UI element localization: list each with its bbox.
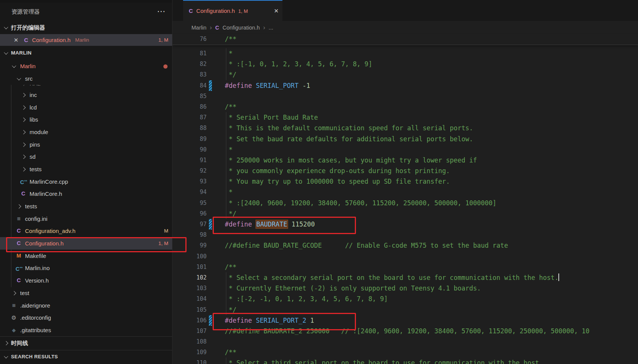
- code-line-87[interactable]: 87 * Serial Port Baud Rate: [172, 112, 638, 123]
- tab-configuration-h[interactable]: C Configuration.h 1, M ✕: [183, 0, 282, 21]
- tree-item-marlin-ino[interactable]: C++Marlin.ino: [0, 262, 172, 275]
- open-editors-header[interactable]: 打开的编辑器: [0, 21, 172, 34]
- code-line-94[interactable]: 94 *: [172, 187, 638, 197]
- close-icon[interactable]: ✕: [14, 37, 19, 44]
- tree-item-marlin[interactable]: Marlin: [0, 60, 172, 73]
- makefile-file-icon: M: [16, 253, 22, 259]
- tree-item-marlincore-h[interactable]: CMarlinCore.h: [0, 187, 172, 200]
- code-text: * you commonly experience drop-outs duri…: [212, 166, 450, 176]
- chevron-down-icon: [4, 50, 8, 55]
- c-file-icon: C: [16, 228, 22, 234]
- breadcrumb-file[interactable]: Configuration.h: [223, 25, 260, 31]
- code-line-84[interactable]: 84#define SERIAL_PORT -1: [172, 80, 638, 91]
- code-line-92[interactable]: 92 * you commonly experience drop-outs d…: [172, 166, 638, 176]
- gutter: [209, 336, 212, 347]
- code-line-103[interactable]: 103 * Currently Ethernet (-2) is only su…: [172, 283, 638, 294]
- tree-item-pins[interactable]: pins: [0, 138, 172, 151]
- gutter: [209, 166, 212, 176]
- tree-item-tests[interactable]: tests: [0, 200, 172, 212]
- line-number: 108: [172, 336, 207, 347]
- tree-item-sd[interactable]: sd: [0, 150, 172, 163]
- code-line-105[interactable]: 105 */: [172, 305, 638, 315]
- code-line-110[interactable]: 110 * Select a third serial port on the …: [172, 358, 638, 364]
- code-line-106[interactable]: 106#define SERIAL_PORT_2 1: [172, 315, 638, 326]
- tree-item-src[interactable]: src: [0, 72, 172, 85]
- sticky-scroll-line[interactable]: 76 /**: [172, 34, 638, 45]
- tree-item-gitattributes[interactable]: ◆.gitattributes: [0, 324, 172, 336]
- line-number: 91: [172, 155, 207, 166]
- tree-item-inc[interactable]: inc: [0, 89, 172, 101]
- workspace-header-marlin[interactable]: MARLIN: [0, 46, 172, 60]
- code-line-86[interactable]: 86/**: [172, 102, 638, 112]
- open-editor-file-desc: Marlin: [75, 37, 89, 43]
- tree-item-editorconfig[interactable]: ⚙.editorconfig: [0, 311, 172, 324]
- code-line-109[interactable]: 109/**: [172, 347, 638, 358]
- tree-item-configuration-adv-h[interactable]: CConfiguration_adv.hM: [0, 225, 172, 237]
- cpp-file-icon: C++: [16, 264, 22, 272]
- code-editor[interactable]: 81 *82 * :[-1, 0, 1, 2, 3, 4, 5, 6, 7, 8…: [172, 45, 638, 364]
- code-line-100[interactable]: 100: [172, 251, 638, 262]
- problems-modified-badge: 1, M: [158, 37, 168, 43]
- code-line-98[interactable]: 98: [172, 230, 638, 240]
- tab-bar: C Configuration.h 1, M ✕: [172, 0, 638, 21]
- code-line-88[interactable]: 88 * This is the default communication s…: [172, 123, 638, 133]
- breadcrumb-folder[interactable]: Marlin: [191, 25, 206, 31]
- code-text: */: [212, 69, 237, 80]
- code-text: #define BAUDRATE 115200: [212, 219, 315, 230]
- search-results-header[interactable]: SEARCH RESULTS: [0, 350, 172, 363]
- tree-item-hal[interactable]: HAL: [0, 85, 172, 89]
- code-line-99[interactable]: 99//#define BAUD_RATE_GCODE // Enable G-…: [172, 240, 638, 251]
- code-line-83[interactable]: 83 */: [172, 69, 638, 80]
- code-line-82[interactable]: 82 * :[-1, 0, 1, 2, 3, 4, 5, 6, 7, 8, 9]: [172, 59, 638, 69]
- gutter: [209, 347, 212, 358]
- code-line-108[interactable]: 108: [172, 336, 638, 347]
- code-line-102[interactable]: 102 * Select a secondary serial port on …: [172, 272, 638, 283]
- gutter: [209, 187, 212, 197]
- tree-item-marlincore-cpp[interactable]: C++MarlinCore.cpp: [0, 175, 172, 188]
- code-line-101[interactable]: 101/**: [172, 262, 638, 272]
- gutter: [209, 240, 212, 251]
- explorer-sidebar: 资源管理器 ⋯ 打开的编辑器 ✕ C Configuration.h Marli…: [0, 0, 172, 364]
- code-line-81[interactable]: 81 *: [172, 48, 638, 59]
- timeline-header[interactable]: 时间线: [0, 336, 172, 350]
- tree-item-configuration-h[interactable]: CConfiguration.h1, M: [0, 237, 172, 250]
- chevron-down-icon: [4, 354, 8, 358]
- code-line-90[interactable]: 90 *: [172, 144, 638, 155]
- tree-item-aiderignore[interactable]: ≡.aiderignore: [0, 299, 172, 312]
- breadcrumbs: Marlin › C Configuration.h › ...: [172, 21, 638, 34]
- line-number: 102: [172, 272, 207, 283]
- code-line-107[interactable]: 107//#define BAUDRATE_2 250000 // :[2400…: [172, 326, 638, 336]
- chevron-down-icon: [11, 63, 17, 69]
- code-text: * This is the default communication spee…: [212, 123, 473, 133]
- line-number: 81: [172, 48, 207, 59]
- tree-item-version-h[interactable]: CVersion.h: [0, 274, 172, 287]
- tree-item-libs[interactable]: libs: [0, 113, 172, 126]
- code-line-93[interactable]: 93 * You may try up to 1000000 to speed …: [172, 176, 638, 187]
- code-text: #define SERIAL_PORT_2 1: [212, 315, 314, 326]
- code-line-96[interactable]: 96 */: [172, 208, 638, 219]
- gutter: [209, 48, 212, 59]
- open-editor-item-configuration-h[interactable]: ✕ C Configuration.h Marlin 1, M: [0, 34, 172, 46]
- tab-title: Configuration.h: [196, 8, 235, 14]
- tree-item-makefile[interactable]: MMakefile: [0, 250, 172, 262]
- tree-item-tests[interactable]: tests: [0, 163, 172, 175]
- code-text: [212, 230, 225, 240]
- code-line-89[interactable]: 89 * Set the baud rate defaults for addi…: [172, 134, 638, 144]
- tree-item-test[interactable]: test: [0, 287, 172, 299]
- tree-item-config-ini[interactable]: ≡config.ini: [0, 212, 172, 225]
- code-line-85[interactable]: 85: [172, 91, 638, 102]
- code-text: * Set the baud rate defaults for additio…: [212, 134, 473, 144]
- code-line-104[interactable]: 104 * :[-2, -1, 0, 1, 2, 3, 4, 5, 6, 7, …: [172, 294, 638, 304]
- code-line-95[interactable]: 95 * :[2400, 9600, 19200, 38400, 57600, …: [172, 198, 638, 208]
- breadcrumb-symbol[interactable]: ...: [269, 25, 273, 31]
- line-number: 94: [172, 187, 207, 197]
- tab-close-icon[interactable]: ✕: [274, 8, 279, 14]
- chevron-right-icon: [20, 104, 27, 111]
- code-line-97[interactable]: 97#define BAUDRATE 115200: [172, 219, 638, 230]
- gear-file-icon: ⚙: [11, 314, 17, 321]
- more-actions-icon[interactable]: ⋯: [157, 6, 166, 17]
- tree-item-module[interactable]: module: [0, 126, 172, 138]
- tree-item-lcd[interactable]: lcd: [0, 101, 172, 114]
- code-line-91[interactable]: 91 * 250000 works in most cases, but you…: [172, 155, 638, 166]
- tree-item-label: HAL: [30, 85, 41, 87]
